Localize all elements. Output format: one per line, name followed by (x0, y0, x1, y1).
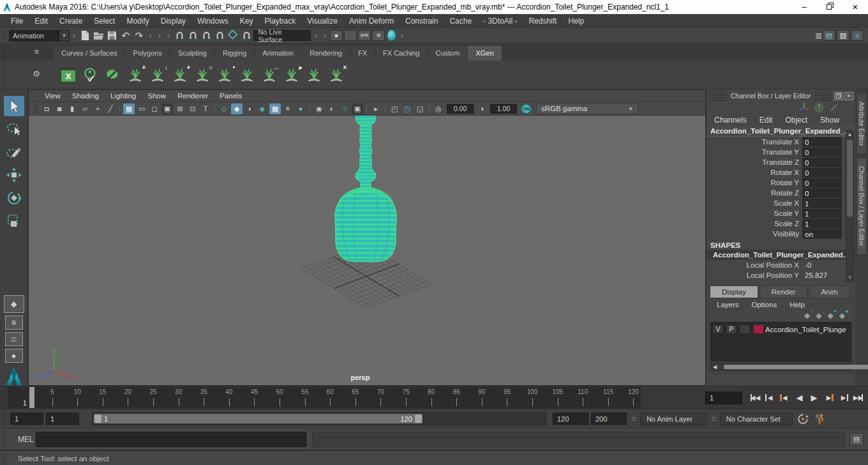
panel-menu-shading[interactable]: Shading (66, 92, 105, 100)
xgen-editor-icon[interactable]: X (59, 65, 78, 84)
menu-playback[interactable]: Playback (259, 14, 302, 28)
film-gate-icon[interactable]: ▭ (136, 103, 147, 114)
tab-attribute-editor[interactable]: Attribute Editor (857, 93, 867, 154)
new-scene-icon[interactable] (79, 29, 92, 42)
group-separator[interactable]: › (398, 31, 407, 40)
group-separator[interactable]: › (146, 31, 154, 40)
xgen-add-guide-icon[interactable]: + (170, 65, 190, 84)
scroll-up-icon[interactable]: ▲ (848, 131, 853, 139)
layer-display-type-toggle[interactable] (739, 324, 751, 334)
menu-modify[interactable]: Modify (121, 14, 154, 28)
shelf-tab-animation[interactable]: Animation (255, 46, 302, 61)
xgen-delete-guides-icon[interactable]: × (327, 65, 346, 84)
snap-to-point-icon[interactable] (200, 29, 213, 42)
paint-select-tool[interactable] (4, 142, 24, 162)
contrast-icon[interactable]: ◑ (476, 103, 488, 114)
menu-3dtoall[interactable]: - 3DtoAll - (477, 14, 523, 28)
range-slider-track[interactable]: 1 120 (92, 412, 546, 425)
raise-channel-box-icon[interactable]: ▤ (823, 30, 835, 41)
rotate-tool[interactable] (4, 188, 24, 208)
single-pane-layout-button[interactable]: ◆ (4, 295, 24, 313)
shadows-icon[interactable]: ● (295, 103, 306, 114)
layer-list-scrollbar[interactable]: ◀ ▶ (710, 363, 851, 371)
image-plane-icon[interactable]: ▱ (79, 103, 91, 114)
channel-box-scrollbar[interactable]: ▲ ▼ (846, 130, 854, 282)
channel-box-object-name[interactable]: Accordion_Toilet_Plunger_Expanded_... (707, 126, 855, 137)
layer-action-icon-0[interactable]: ◆↑ (804, 312, 810, 319)
close-button[interactable]: × (842, 0, 868, 14)
drag-handle[interactable] (1, 389, 7, 406)
xgen-guide-width-icon[interactable]: ↔ (260, 65, 279, 84)
panel-menu-panels[interactable]: Panels (214, 92, 248, 100)
shape-node-name[interactable]: Accordion_Toilet_Plunger_Expanded... (707, 250, 855, 260)
occlusion-icon[interactable]: ◉ (313, 103, 325, 114)
menu-file[interactable]: File (5, 14, 29, 28)
raise-tool-settings-icon[interactable]: ≡ (851, 30, 864, 41)
group-separator[interactable]: › (70, 31, 79, 40)
channel-value-field[interactable]: 0 (802, 178, 842, 188)
layer-action-icon-1[interactable]: ◆↓ (816, 312, 821, 319)
go-to-start-button[interactable]: ◀◀ (749, 391, 762, 404)
field-chart-icon[interactable]: ⊞ (174, 103, 186, 114)
shelf-tab-fx-caching[interactable]: FX Caching (375, 46, 428, 61)
channel-value-field[interactable]: 0 (802, 148, 842, 157)
hypershade-icon[interactable] (387, 30, 396, 41)
motion-blur-icon[interactable]: ◐ (326, 103, 338, 114)
make-live-icon[interactable] (227, 29, 240, 42)
drag-handle[interactable] (708, 91, 728, 101)
go-to-end-button[interactable]: ▶▶ (851, 391, 865, 404)
snap-to-projected-center-icon[interactable] (213, 29, 227, 42)
close-panel-icon[interactable]: × (844, 92, 853, 100)
menu-set-arrow-icon[interactable]: ▼ (59, 30, 70, 42)
select-camera-icon[interactable]: ◘ (41, 103, 52, 114)
snap-together-icon[interactable] (240, 29, 253, 42)
bounding-box-icon[interactable]: ◖ (244, 103, 255, 114)
playback-end-field[interactable]: 120 (553, 413, 588, 425)
scroll-down-icon[interactable]: ▼ (848, 274, 853, 282)
view-transform-select[interactable]: sRGB gamma▼ (536, 103, 638, 114)
xgen-select-region-icon[interactable] (304, 65, 324, 84)
multisample-icon[interactable]: ○ (339, 103, 350, 114)
channel-box-menu-edit[interactable]: Edit (753, 116, 779, 125)
layer-menu-options[interactable]: Options (745, 301, 784, 309)
layer-action-icon-2[interactable]: ◆+ (828, 312, 834, 319)
channel-value-field[interactable]: 0 (802, 137, 842, 147)
panel-menu-renderer[interactable]: Renderer (172, 92, 214, 100)
channel-value-field[interactable]: 1 (802, 209, 842, 218)
bookmark-icon[interactable]: ▮ (66, 103, 78, 114)
isolate-select-icon[interactable]: ▣ (352, 103, 363, 114)
shelf-gear-icon[interactable]: ⚙ (28, 69, 45, 79)
channel-value-field[interactable]: 0 (802, 158, 842, 167)
layer-name[interactable]: Accordion_Toilet_Plunge (765, 326, 846, 333)
menu-windows[interactable]: Windows (191, 14, 234, 28)
drag-handle[interactable] (33, 103, 39, 114)
xgen-sculpt-guides-icon[interactable]: ▸ (282, 65, 301, 84)
outliner-persp-layout-button[interactable]: ◫ (5, 332, 23, 346)
resolution-gate-icon[interactable]: ◻ (149, 103, 160, 114)
auto-keyframe-icon[interactable] (796, 412, 810, 426)
group-separator[interactable]: › (164, 31, 173, 40)
menu-set-select[interactable]: Animation (9, 30, 59, 42)
range-start-handle[interactable] (94, 415, 101, 423)
drag-handle[interactable] (1, 29, 7, 42)
xgen-create-description-icon[interactable]: + (126, 65, 145, 84)
chevron-down-icon[interactable]: ▽ (632, 416, 636, 422)
move-tool[interactable] (4, 165, 24, 185)
grease-pencil-icon[interactable]: ╱ (105, 103, 116, 114)
drag-handle[interactable] (1, 452, 7, 464)
wide-pane-layout-button[interactable]: ◆ (5, 349, 23, 363)
resize-layout-icon[interactable]: ◲ (414, 103, 426, 114)
layer-action-icon-3[interactable]: ◆● (839, 312, 845, 319)
group-separator[interactable]: › (320, 31, 329, 40)
exposure-field[interactable]: 0.00 (447, 104, 474, 114)
play-backwards-button[interactable]: ◀ (793, 391, 806, 404)
open-scene-icon[interactable] (92, 29, 105, 42)
layer-row[interactable]: V P Accordion_Toilet_Plunge (711, 323, 851, 336)
float-panel-icon[interactable] (834, 92, 843, 100)
drag-handle[interactable] (1, 46, 7, 86)
group-separator[interactable]: › (311, 31, 320, 40)
menu-cache[interactable]: Cache (444, 14, 477, 28)
animation-preferences-icon[interactable] (813, 412, 827, 426)
layer-playback-toggle[interactable]: P (726, 324, 737, 334)
menu-key[interactable]: Key (234, 14, 259, 28)
